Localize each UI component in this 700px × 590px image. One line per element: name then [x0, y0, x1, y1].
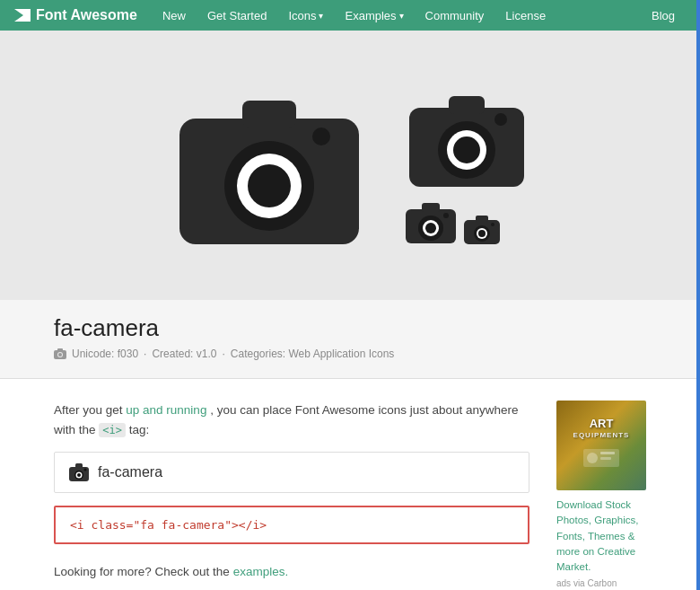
ad-decoration — [579, 445, 624, 471]
camera-small-row — [404, 200, 501, 245]
ad-via: ads via Carbon — [556, 578, 646, 588]
svg-point-34 — [77, 473, 81, 477]
nav-logo[interactable]: Font Awesome — [14, 7, 137, 23]
nav-links: New Get Started Icons ▾ Examples ▾ Commu… — [152, 0, 686, 31]
svg-point-13 — [494, 113, 507, 126]
nav-license[interactable]: License — [494, 0, 556, 31]
svg-point-19 — [443, 213, 449, 218]
svg-point-6 — [248, 164, 291, 207]
camera-icon-md — [404, 200, 458, 245]
nav-community[interactable]: Community — [415, 0, 495, 31]
svg-rect-38 — [600, 452, 615, 454]
svg-point-24 — [478, 230, 486, 237]
svg-rect-31 — [75, 463, 83, 468]
flag-icon — [14, 9, 31, 22]
svg-point-18 — [425, 223, 436, 233]
up-and-running-link[interactable]: up and running — [126, 403, 206, 417]
svg-rect-3 — [242, 101, 296, 128]
svg-point-25 — [491, 223, 494, 226]
svg-rect-27 — [57, 348, 63, 351]
svg-point-29 — [58, 353, 62, 357]
svg-point-7 — [312, 128, 330, 145]
svg-rect-21 — [476, 216, 488, 222]
svg-rect-9 — [449, 96, 485, 114]
ad-link[interactable]: Download Stock Photos, Graphics, Fonts, … — [556, 499, 638, 572]
icons-caret: ▾ — [319, 11, 323, 21]
code-box[interactable]: <i class="fa fa-camera"></i> — [54, 506, 529, 544]
ad-text: Download Stock Photos, Graphics, Fonts, … — [556, 498, 646, 575]
nav-logo-text: Font Awesome — [36, 7, 137, 23]
camera-icon-lg — [404, 85, 529, 191]
icon-unicode: Unicode: f030 — [72, 348, 138, 360]
right-border — [696, 0, 700, 590]
svg-rect-15 — [422, 203, 440, 212]
intro-paragraph: After you get up and running , you can p… — [54, 401, 529, 439]
ad-image[interactable]: ART EQUIPMENTS — [556, 401, 646, 490]
camera-sizes-group — [404, 85, 529, 245]
nav-blog[interactable]: Blog — [641, 0, 686, 31]
examples-link[interactable]: examples. — [233, 565, 289, 578]
icon-categories: Categories: Web Application Icons — [231, 348, 395, 360]
i-tag-code: <i> — [99, 423, 126, 437]
examples-caret: ▾ — [399, 11, 404, 21]
nav-get-started[interactable]: Get Started — [197, 0, 277, 31]
info-section: fa-camera Unicode: f030 · Created: v1.0 … — [0, 300, 700, 379]
camera-icon-xl — [171, 83, 368, 249]
icon-name: fa-camera — [54, 314, 646, 342]
nav-examples[interactable]: Examples ▾ — [334, 0, 414, 31]
demo-label: fa-camera — [98, 464, 162, 480]
svg-point-37 — [587, 453, 598, 463]
ad-image-inner: ART EQUIPMENTS — [573, 417, 630, 474]
nav-new[interactable]: New — [152, 0, 197, 31]
svg-point-12 — [453, 136, 480, 163]
nav-icons[interactable]: Icons ▾ — [277, 0, 334, 31]
hero-section — [0, 31, 700, 300]
content-sidebar: ART EQUIPMENTS Download Stock Photos, Gr… — [556, 401, 646, 590]
content-main: After you get up and running , you can p… — [54, 401, 529, 590]
svg-point-35 — [84, 469, 87, 471]
camera-icon-sm — [463, 214, 501, 245]
content-section: After you get up and running , you can p… — [0, 379, 700, 590]
demo-box: fa-camera — [54, 452, 529, 493]
icon-meta: Unicode: f030 · Created: v1.0 · Categori… — [54, 348, 646, 360]
icon-created: Created: v1.0 — [152, 348, 216, 360]
svg-rect-39 — [600, 457, 611, 460]
camera-meta-icon — [54, 348, 66, 359]
navbar: Font Awesome New Get Started Icons ▾ Exa… — [0, 0, 700, 31]
demo-camera-icon — [69, 463, 89, 481]
code-snippet: <i class="fa fa-camera"></i> — [70, 518, 267, 532]
looking-for-paragraph: Looking for more? Check out the examples… — [54, 562, 529, 582]
